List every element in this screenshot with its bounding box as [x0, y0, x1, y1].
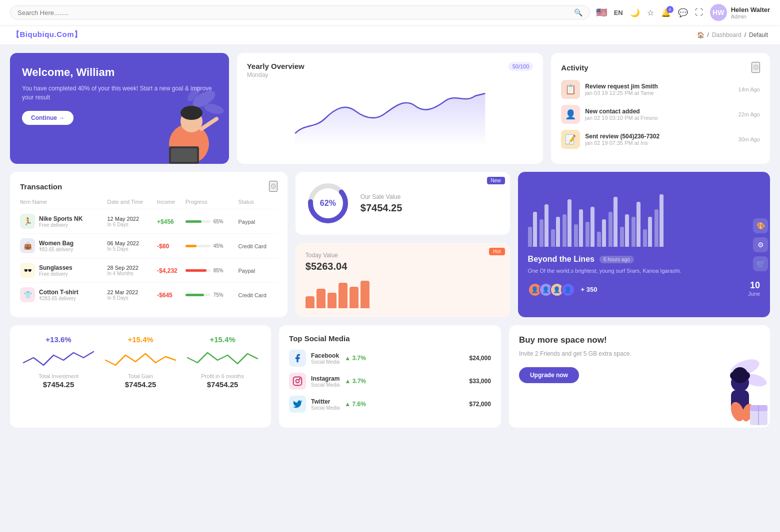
user-info[interactable]: HW Helen Walter Admin	[710, 4, 770, 21]
item-name: Women Bag	[39, 240, 74, 247]
upgrade-button[interactable]: Upgrade now	[519, 367, 579, 383]
today-bar	[360, 281, 370, 308]
income-value: +$456	[157, 218, 174, 225]
beyond-bar-group	[620, 214, 629, 247]
yearly-title: Yearly Overview	[247, 62, 304, 70]
progress-bar	[186, 294, 210, 296]
activity-title: Activity	[561, 63, 588, 72]
activity-list-item: 👤 New contact added jan 02 19 03:10 PM a…	[561, 105, 760, 124]
activity-thumb: 📝	[561, 130, 580, 149]
buy-title: Buy more space now!	[519, 335, 760, 345]
notifications-button[interactable]: 🔔 4	[661, 8, 671, 17]
chat-button[interactable]: 💬	[678, 8, 688, 17]
beyond-avatar: 👤	[561, 283, 575, 297]
fullscreen-button[interactable]: ⛶	[695, 8, 703, 17]
breadcrumb-sep1: /	[708, 31, 709, 38]
breadcrumb-current: Default	[749, 31, 768, 38]
social-name: Facebook	[311, 352, 340, 359]
beyond-bar-dark	[544, 204, 548, 247]
beyond-title-row: Beyond the Lines 6 hours ago	[528, 255, 760, 264]
progress-bar	[186, 269, 210, 272]
progress-fill	[186, 269, 207, 272]
transaction-settings-button[interactable]: ⚙	[269, 181, 278, 192]
row-1: Welcome, William You have completed 40% …	[10, 53, 770, 164]
table-column-header: Progress	[186, 199, 238, 209]
palette-icon-button[interactable]: 🎨	[753, 218, 768, 233]
beyond-bar-dark	[556, 217, 560, 247]
progress-bar	[186, 245, 210, 247]
beyond-bar-dark	[660, 194, 664, 247]
table-row: 👜 Women Bag ₹83.65 delivery 06 May 2022 …	[20, 234, 278, 258]
beyond-bar-light	[597, 232, 601, 247]
search-input[interactable]	[18, 9, 574, 16]
breadcrumb-dashboard[interactable]: Dashboard	[712, 31, 742, 38]
item-icon: 🕶️	[20, 263, 35, 278]
item-icon: 👜	[20, 238, 35, 253]
stat-wave-chart	[184, 348, 261, 368]
language-label: EN	[614, 9, 623, 16]
sale-info: Our Sale Value $7454.25	[360, 193, 500, 214]
social-list-item: Facebook Social Media ▲ 3.7% $24,000	[289, 350, 491, 367]
beyond-bottom: 👤👤👤👤 + 350 10 June	[528, 280, 760, 297]
dark-mode-button[interactable]: 🌙	[630, 8, 640, 17]
stat-wave-chart	[102, 348, 179, 368]
beyond-bar-dark	[636, 202, 640, 247]
nav-icons: 🇺🇸 EN 🌙 ☆ 🔔 4 💬 ⛶ HW Helen Walter Admin	[596, 4, 770, 21]
breadcrumb-bar: 【Biqubiqu.Com】 🏠 / Dashboard / Default	[0, 25, 780, 45]
cart-icon-button[interactable]: 🛒	[753, 256, 768, 271]
table-cell-date: 22 Mar 2022 In 8 Days	[107, 283, 157, 307]
beyond-bar-light	[528, 227, 532, 247]
activity-settings-button[interactable]: ⚙	[752, 62, 760, 73]
table-cell-status: Paypal	[238, 258, 278, 283]
activity-item-sub: jan 02 19 03:10 PM at Fresno	[585, 115, 733, 121]
top-navbar: 🔍 🇺🇸 EN 🌙 ☆ 🔔 4 💬 ⛶ HW Helen Walter Admi…	[0, 0, 780, 25]
stat-label: Profit in 6 months	[184, 373, 261, 379]
search-container: 🔍	[10, 5, 590, 19]
today-label: Today Value	[306, 252, 500, 259]
social-media-card: Top Social Media Facebook Social Media ▲…	[279, 325, 501, 428]
activity-item-sub: jan 02 19 07:35 PM at Iris	[585, 140, 733, 146]
status-value: Paypal	[238, 268, 256, 274]
star-button[interactable]: ☆	[647, 8, 654, 17]
table-cell-progress: 85%	[186, 258, 238, 283]
beyond-bar-dark	[590, 207, 594, 247]
table-cell-income: -$4,232	[157, 258, 186, 283]
breadcrumb: 🏠 / Dashboard / Default	[697, 31, 768, 38]
beyond-bar-light	[632, 217, 636, 247]
date-sub: In 5 Days	[107, 246, 157, 252]
activity-content: Sent review (504)236-7302 jan 02 19 07:3…	[585, 133, 733, 146]
stat-item: +15.4% Profit in 6 months $7454.25	[184, 335, 261, 418]
item-sub: Free delivery	[39, 271, 72, 277]
today-card: Hot Today Value $5263.04	[296, 243, 510, 317]
progress-fill	[186, 294, 204, 296]
social-type: Social Media	[311, 405, 340, 411]
beyond-bar-group	[643, 217, 652, 247]
social-list: Facebook Social Media ▲ 3.7% $24,000 Ins…	[289, 350, 491, 413]
row-3: +13.6% Total Investment $7454.25 +15.4% …	[10, 325, 770, 428]
donut-label: 62%	[320, 199, 336, 208]
social-icon	[289, 373, 306, 390]
activity-item-time: 22m Ago	[738, 111, 760, 117]
activity-list: 📋 Review request jim Smith jan 03 19 12:…	[561, 80, 760, 149]
beyond-bar-light	[654, 209, 658, 247]
beyond-avatars: 👤👤👤👤	[528, 283, 575, 297]
table-row: 🕶️ Sunglasses Free delivery 28 Sep 2022 …	[20, 258, 278, 283]
stat-wave-chart	[20, 348, 97, 368]
today-value: $5263.04	[306, 261, 500, 272]
continue-button[interactable]: Continue →	[22, 111, 74, 125]
progress-bar	[186, 220, 210, 223]
status-value: Paypal	[238, 219, 256, 225]
beyond-bar-dark	[533, 212, 537, 247]
beyond-bar-light	[540, 219, 544, 247]
item-name: Cotton T-shirt	[39, 289, 78, 296]
today-bar	[316, 289, 326, 308]
table-cell-item: 🕶️ Sunglasses Free delivery	[20, 258, 107, 283]
transaction-table: Item NameDate and TimeIncomeProgressStat…	[20, 199, 278, 307]
today-bar	[306, 296, 314, 308]
beyond-bar-dark	[648, 217, 652, 247]
breadcrumb-home-icon[interactable]: 🏠	[697, 31, 704, 38]
beyond-bar-group	[608, 197, 618, 247]
settings-icon-button[interactable]: ⚙	[753, 237, 768, 252]
breadcrumb-sep2: /	[744, 31, 746, 38]
table-cell-progress: 65%	[186, 209, 238, 234]
